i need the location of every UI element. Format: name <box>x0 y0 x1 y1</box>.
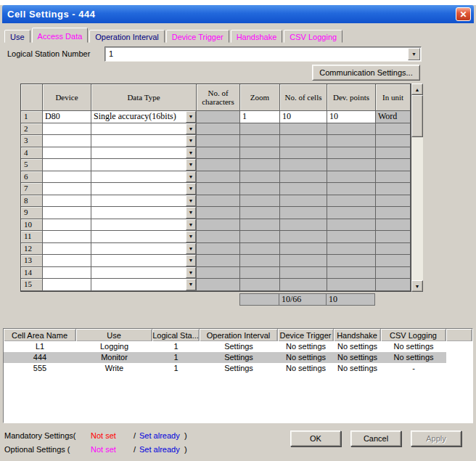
device-cell[interactable] <box>43 135 91 147</box>
data-type-dropdown-button[interactable]: ▼ <box>186 135 196 147</box>
no-of-cells-cell[interactable] <box>280 243 327 256</box>
data-type-dropdown-button[interactable]: ▼ <box>186 267 196 279</box>
no-of-cells-cell[interactable] <box>280 255 327 267</box>
dev-points-cell[interactable] <box>327 183 376 195</box>
list-header-cell-area-name[interactable]: Cell Area Name <box>4 329 76 341</box>
device-cell[interactable] <box>43 219 91 232</box>
grid-scrollbar[interactable]: ▲ ▼ <box>411 83 423 292</box>
list-header-operation-interval[interactable]: Operation Interval <box>200 329 278 341</box>
zoom-cell[interactable] <box>240 219 280 232</box>
no-of-cells-cell[interactable] <box>280 231 327 243</box>
data-type-cell[interactable]: ▼ <box>91 147 197 160</box>
data-type-dropdown-button[interactable]: ▼ <box>186 195 196 207</box>
dev-points-cell[interactable]: 10 <box>327 111 376 123</box>
dev-points-cell[interactable] <box>327 123 376 136</box>
dev-points-cell[interactable] <box>327 279 376 291</box>
zoom-cell[interactable] <box>240 159 280 171</box>
data-type-dropdown-button[interactable]: ▼ <box>186 111 196 123</box>
dev-points-cell[interactable] <box>327 171 376 184</box>
zoom-cell[interactable] <box>240 207 280 219</box>
no-of-cells-cell[interactable] <box>280 195 327 208</box>
no-of-cells-cell[interactable] <box>280 207 327 219</box>
tab-use[interactable]: Use <box>4 30 30 43</box>
scrollbar-thumb[interactable] <box>411 95 423 137</box>
dev-points-cell[interactable] <box>327 231 376 243</box>
data-type-cell[interactable]: ▼ <box>91 195 197 208</box>
no-of-cells-cell[interactable] <box>280 135 327 147</box>
device-cell[interactable] <box>43 159 91 171</box>
list-row[interactable]: 555Write1SettingsNo settingsNo settings- <box>4 363 446 374</box>
device-cell[interactable] <box>43 255 91 267</box>
no-of-cells-cell[interactable] <box>280 123 327 136</box>
data-type-cell[interactable]: ▼ <box>91 171 197 184</box>
zoom-cell[interactable]: 1 <box>240 111 280 123</box>
data-type-cell[interactable]: ▼ <box>91 243 197 256</box>
close-button[interactable]: ✕ <box>456 7 471 21</box>
dev-points-cell[interactable] <box>327 219 376 232</box>
scroll-up-button[interactable]: ▲ <box>411 83 423 95</box>
dev-points-cell[interactable] <box>327 255 376 267</box>
no-of-cells-cell[interactable] <box>280 267 327 280</box>
no-of-cells-cell[interactable] <box>280 171 327 184</box>
dev-points-cell[interactable] <box>327 207 376 219</box>
data-type-dropdown-button[interactable]: ▼ <box>186 171 196 183</box>
zoom-cell[interactable] <box>240 195 280 208</box>
logical-station-number-select[interactable]: 1 ▼ <box>104 46 422 62</box>
apply-button[interactable]: Apply <box>411 431 461 446</box>
list-header-logical-station[interactable]: Logical Sta... <box>152 329 200 341</box>
data-type-dropdown-button[interactable]: ▼ <box>186 255 196 266</box>
zoom-cell[interactable] <box>240 255 280 267</box>
device-cell[interactable] <box>43 123 91 136</box>
data-type-dropdown-button[interactable]: ▼ <box>186 159 196 171</box>
dev-points-cell[interactable] <box>327 243 376 256</box>
data-type-dropdown-button[interactable]: ▼ <box>186 219 196 231</box>
dev-points-cell[interactable] <box>327 135 376 147</box>
data-type-cell[interactable]: ▼ <box>91 255 197 267</box>
data-type-cell[interactable]: ▼ <box>91 135 197 147</box>
tab-csv-logging[interactable]: CSV Logging <box>284 30 342 43</box>
tab-device-trigger[interactable]: Device Trigger <box>166 30 229 43</box>
no-of-cells-cell[interactable] <box>280 183 327 195</box>
zoom-cell[interactable] <box>240 135 280 147</box>
zoom-cell[interactable] <box>240 279 280 291</box>
data-type-cell[interactable]: ▼ <box>91 219 197 232</box>
title-bar[interactable]: Cell Settings - 444 ✕ <box>2 5 474 23</box>
device-cell[interactable] <box>43 279 91 291</box>
data-type-cell[interactable]: ▼ <box>91 279 197 291</box>
data-type-dropdown-button[interactable]: ▼ <box>186 231 196 242</box>
device-cell[interactable] <box>43 207 91 219</box>
zoom-cell[interactable] <box>240 231 280 243</box>
data-type-dropdown-button[interactable]: ▼ <box>186 243 196 255</box>
tab-handshake[interactable]: Handshake <box>231 30 283 43</box>
zoom-cell[interactable] <box>240 267 280 280</box>
data-type-dropdown-button[interactable]: ▼ <box>186 123 196 135</box>
data-type-cell[interactable]: ▼ <box>91 159 197 171</box>
data-type-cell[interactable]: ▼ <box>91 231 197 243</box>
communication-settings-button[interactable]: Communication Settings... <box>312 65 420 81</box>
data-type-cell[interactable]: ▼ <box>91 123 197 136</box>
no-of-cells-cell[interactable] <box>280 219 327 232</box>
device-cell[interactable] <box>43 231 91 243</box>
data-type-dropdown-button[interactable]: ▼ <box>186 183 196 195</box>
data-type-cell[interactable]: Single accuracy(16bits) ▼ <box>91 111 197 123</box>
data-type-dropdown-button[interactable]: ▼ <box>186 147 196 159</box>
data-type-cell[interactable]: ▼ <box>91 183 197 195</box>
device-cell[interactable] <box>43 171 91 184</box>
zoom-cell[interactable] <box>240 147 280 160</box>
list-header-use[interactable]: Use <box>76 329 152 341</box>
tab-operation-interval[interactable]: Operation Interval <box>89 30 164 43</box>
scroll-down-button[interactable]: ▼ <box>411 280 423 292</box>
combo-dropdown-button[interactable]: ▼ <box>408 48 420 60</box>
tab-access-data[interactable]: Access Data <box>32 28 89 43</box>
device-cell[interactable] <box>43 243 91 256</box>
zoom-cell[interactable] <box>240 123 280 136</box>
dev-points-cell[interactable] <box>327 195 376 208</box>
dev-points-cell[interactable] <box>327 267 376 280</box>
list-row[interactable]: 444Monitor1SettingsNo settingsNo setting… <box>4 352 446 363</box>
data-type-cell[interactable]: ▼ <box>91 207 197 219</box>
device-cell[interactable] <box>43 183 91 195</box>
no-of-cells-cell[interactable] <box>280 279 327 291</box>
ok-button[interactable]: OK <box>290 431 341 446</box>
device-cell[interactable] <box>43 267 91 280</box>
zoom-cell[interactable] <box>240 171 280 184</box>
